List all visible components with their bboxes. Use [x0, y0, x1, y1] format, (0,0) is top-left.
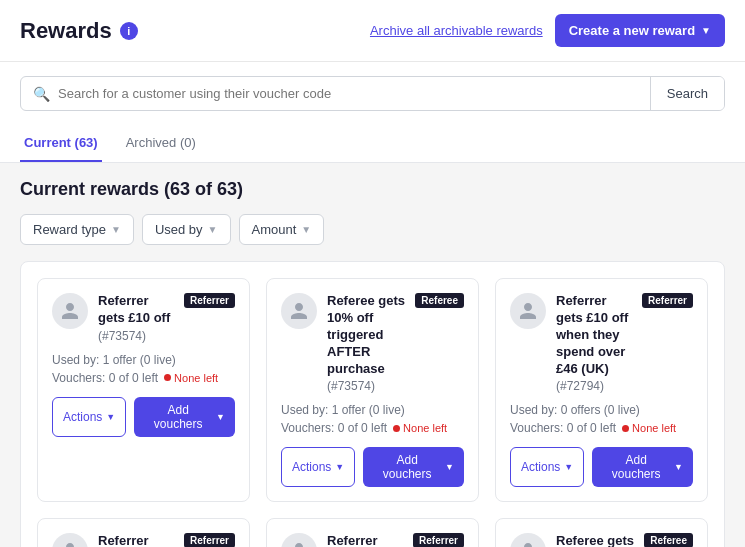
reward-card-3: Referrer gets £10 off when they spend ov…	[495, 278, 708, 502]
reward-card-1: Referrer gets £10 off (#73574) Referrer …	[37, 278, 250, 502]
actions-label: Actions	[521, 460, 560, 474]
actions-button[interactable]: Actions ▼	[510, 447, 584, 487]
chevron-down-icon: ▼	[216, 412, 225, 422]
page: Rewards i Archive all archivable rewards…	[0, 0, 745, 547]
actions-label: Actions	[63, 410, 102, 424]
cards-grid: Referrer gets £10 off (#73574) Referrer …	[37, 278, 708, 547]
card-title: Referrer gets £10 off when they spend ov…	[327, 533, 403, 547]
actions-button[interactable]: Actions ▼	[281, 447, 355, 487]
reward-card-5: Referrer gets £10 off when they spend ov…	[266, 518, 479, 547]
search-bar: 🔍 Search	[20, 76, 725, 111]
badge-referrer: Referrer	[184, 293, 235, 308]
create-reward-button[interactable]: Create a new reward ▼	[555, 14, 725, 47]
user-icon	[60, 301, 80, 321]
none-left-text: None left	[174, 372, 218, 384]
card-id: (#72794)	[556, 379, 632, 393]
card-title-wrap: Referee gets 10% off triggered AFTER pur…	[327, 293, 405, 393]
card-actions: Actions ▼ Add vouchers ▼	[281, 447, 464, 487]
search-button[interactable]: Search	[650, 77, 724, 110]
card-id: (#73574)	[327, 379, 405, 393]
add-vouchers-button[interactable]: Add vouchers ▼	[363, 447, 464, 487]
card-header: Referee gets £10 off when they spend ove…	[510, 533, 693, 547]
create-btn-label: Create a new reward	[569, 23, 695, 38]
card-title: Referrer gets £10 off when they spend ov…	[556, 293, 632, 377]
tab-current[interactable]: Current (63)	[20, 125, 102, 162]
vouchers-text: Vouchers: 0 of 0 left	[52, 371, 158, 385]
main-content: Current rewards (63 of 63) Reward type ▼…	[0, 163, 745, 547]
card-title-wrap: Referrer gets £10 off (#73574)	[98, 293, 174, 343]
card-title: Referee gets £10 off when they spend ove…	[556, 533, 634, 547]
badge-referrer: Referrer	[642, 293, 693, 308]
avatar	[510, 293, 546, 329]
chevron-down-icon: ▼	[445, 462, 454, 472]
chevron-down-icon: ▼	[208, 224, 218, 235]
red-dot	[622, 425, 629, 432]
card-title: Referrer gets £10 off	[98, 293, 174, 327]
actions-button[interactable]: Actions ▼	[52, 397, 126, 437]
card-title: Referrer gets £10 off when they spend ov…	[98, 533, 174, 547]
user-icon	[289, 541, 309, 547]
card-title-wrap: Referee gets £10 off when they spend ove…	[556, 533, 634, 547]
chevron-down-icon: ▼	[106, 412, 115, 422]
search-icon: 🔍	[33, 86, 50, 102]
tab-archived[interactable]: Archived (0)	[122, 125, 200, 162]
search-input-wrap: 🔍	[21, 78, 650, 110]
badge-referrer: Referrer	[413, 533, 464, 547]
avatar	[281, 293, 317, 329]
add-vouchers-button[interactable]: Add vouchers ▼	[134, 397, 235, 437]
vouchers-row: Vouchers: 0 of 0 left None left	[510, 421, 693, 435]
badge-referrer: Referrer	[184, 533, 235, 547]
filter-reward-type-label: Reward type	[33, 222, 106, 237]
none-left-badge: None left	[622, 422, 676, 434]
card-id: (#73574)	[98, 329, 174, 343]
filter-used-by[interactable]: Used by ▼	[142, 214, 231, 245]
chevron-down-icon: ▼	[301, 224, 311, 235]
card-header: Referrer gets £10 off when they spend ov…	[52, 533, 235, 547]
avatar	[281, 533, 317, 547]
chevron-down-icon: ▼	[674, 462, 683, 472]
add-vouchers-label: Add vouchers	[602, 453, 670, 481]
badge-referee: Referee	[644, 533, 693, 547]
vouchers-row: Vouchers: 0 of 0 left None left	[52, 371, 235, 385]
used-by: Used by: 1 offer (0 live)	[281, 403, 464, 417]
filter-amount-label: Amount	[252, 222, 297, 237]
user-icon	[60, 541, 80, 547]
vouchers-text: Vouchers: 0 of 0 left	[510, 421, 616, 435]
header: Rewards i Archive all archivable rewards…	[0, 0, 745, 62]
none-left-badge: None left	[164, 372, 218, 384]
archive-link[interactable]: Archive all archivable rewards	[370, 23, 543, 38]
avatar	[52, 293, 88, 329]
used-by: Used by: 1 offer (0 live)	[52, 353, 235, 367]
search-input[interactable]	[58, 86, 638, 101]
card-title: Referee gets 10% off triggered AFTER pur…	[327, 293, 405, 377]
card-title-wrap: Referrer gets £10 off when they spend ov…	[98, 533, 174, 547]
cards-container: Referrer gets £10 off (#73574) Referrer …	[20, 261, 725, 547]
add-vouchers-label: Add vouchers	[144, 403, 212, 431]
reward-card-4: Referrer gets £10 off when they spend ov…	[37, 518, 250, 547]
none-left-text: None left	[403, 422, 447, 434]
user-icon	[289, 301, 309, 321]
none-left-text: None left	[632, 422, 676, 434]
reward-card-2: Referee gets 10% off triggered AFTER pur…	[266, 278, 479, 502]
page-title: Rewards	[20, 18, 112, 44]
vouchers-row: Vouchers: 0 of 0 left None left	[281, 421, 464, 435]
card-header: Referrer gets £10 off (#73574) Referrer	[52, 293, 235, 343]
chevron-down-icon: ▼	[335, 462, 344, 472]
filter-amount[interactable]: Amount ▼	[239, 214, 325, 245]
header-right: Archive all archivable rewards Create a …	[370, 14, 725, 47]
tabs-section: Current (63) Archived (0)	[0, 125, 745, 163]
chevron-down-icon: ▼	[111, 224, 121, 235]
card-header: Referrer gets £10 off when they spend ov…	[281, 533, 464, 547]
card-actions: Actions ▼ Add vouchers ▼	[510, 447, 693, 487]
add-vouchers-button[interactable]: Add vouchers ▼	[592, 447, 693, 487]
card-header: Referrer gets £10 off when they spend ov…	[510, 293, 693, 393]
red-dot	[164, 374, 171, 381]
avatar	[52, 533, 88, 547]
vouchers-text: Vouchers: 0 of 0 left	[281, 421, 387, 435]
filters-row: Reward type ▼ Used by ▼ Amount ▼	[20, 214, 725, 245]
badge-referee: Referee	[415, 293, 464, 308]
add-vouchers-label: Add vouchers	[373, 453, 441, 481]
search-section: 🔍 Search	[0, 62, 745, 125]
filter-reward-type[interactable]: Reward type ▼	[20, 214, 134, 245]
chevron-down-icon: ▼	[701, 25, 711, 36]
